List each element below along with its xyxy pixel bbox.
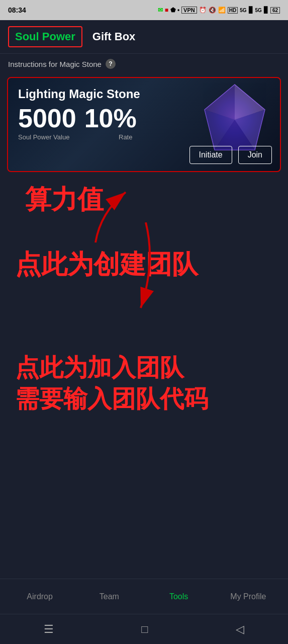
nav-tools[interactable]: Tools xyxy=(144,579,214,614)
battery-icon: 62 xyxy=(270,7,280,14)
soul-power-value: 5000 xyxy=(18,105,76,131)
signal-5g-icon: 5G xyxy=(240,8,246,13)
nav-airdrop[interactable]: Airdrop xyxy=(5,579,74,614)
join-button[interactable]: Join xyxy=(238,146,272,164)
card-values-row: 5000 10% xyxy=(18,105,270,131)
instructions-text: Instructions for Magic Stone xyxy=(8,60,102,68)
alarm-icon: ⏰ xyxy=(199,7,207,14)
suanli-label: 算力值 xyxy=(25,185,104,214)
app-icon: ■ xyxy=(165,7,168,14)
back-button[interactable]: ◁ xyxy=(236,623,244,636)
tab-header: Soul Power Gift Box xyxy=(0,20,288,54)
tools-label: Tools xyxy=(169,592,188,601)
status-icons: ✉ ■ ⬟ • VPN ⏰ 🔇 📶 HD 5G ▊ 5G ▊ 62 xyxy=(158,7,280,14)
rate-value: 10% xyxy=(84,105,137,131)
wifi-icon: 📶 xyxy=(218,7,226,14)
vpn-label: VPN xyxy=(181,7,197,14)
card-top: Lighting Magic Stone 5000 10% Soul Power… xyxy=(8,78,280,146)
android-bar: ☰ □ ◁ xyxy=(0,614,288,644)
my-profile-label: My Profile xyxy=(230,592,266,601)
home-button[interactable]: □ xyxy=(141,623,148,636)
nav-team[interactable]: Team xyxy=(74,579,144,614)
card-action-row: Initiate Join xyxy=(8,146,280,171)
team-label: Team xyxy=(100,592,119,601)
instructions-row: Instructions for Magic Stone ? xyxy=(0,54,288,74)
bottom-nav: Airdrop Team Tools My Profile xyxy=(0,579,288,614)
mute-icon: 🔇 xyxy=(209,7,216,14)
soul-power-label: Soul Power Value xyxy=(18,133,119,141)
initiate-button[interactable]: Initiate xyxy=(189,146,232,164)
card-labels-row: Soul Power Value Rate xyxy=(18,133,270,141)
game-icon: ⬟ xyxy=(170,7,175,14)
nav-my-profile[interactable]: My Profile xyxy=(214,579,283,614)
status-bar: 08:34 ✉ ■ ⬟ • VPN ⏰ 🔇 📶 HD 5G ▊ 5G ▊ 62 xyxy=(0,0,288,20)
menu-button[interactable]: ☰ xyxy=(44,623,54,636)
signal-bar-2-icon: ▊ xyxy=(264,7,268,14)
airdrop-label: Airdrop xyxy=(27,592,53,601)
help-icon[interactable]: ? xyxy=(106,59,116,69)
signal-5g-2-icon: 5G xyxy=(255,8,262,13)
message-icon: ✉ xyxy=(158,7,163,14)
tab-gift-box[interactable]: Gift Box xyxy=(92,30,136,43)
rate-label: Rate xyxy=(119,133,132,141)
tab-soul-power[interactable]: Soul Power xyxy=(8,26,82,47)
signal-bar-icon: ▊ xyxy=(249,7,253,14)
time-display: 08:34 xyxy=(8,6,26,14)
join-team-label: 点此为加入团队 需要输入团队代码 xyxy=(15,352,273,415)
hd-icon: HD xyxy=(228,7,238,14)
status-time: 08:34 xyxy=(8,6,26,14)
dot-separator: • xyxy=(177,7,179,14)
arrow-to-join xyxy=(116,222,191,323)
card-title: Lighting Magic Stone xyxy=(18,87,270,101)
magic-stone-card: Lighting Magic Stone 5000 10% Soul Power… xyxy=(7,77,281,172)
